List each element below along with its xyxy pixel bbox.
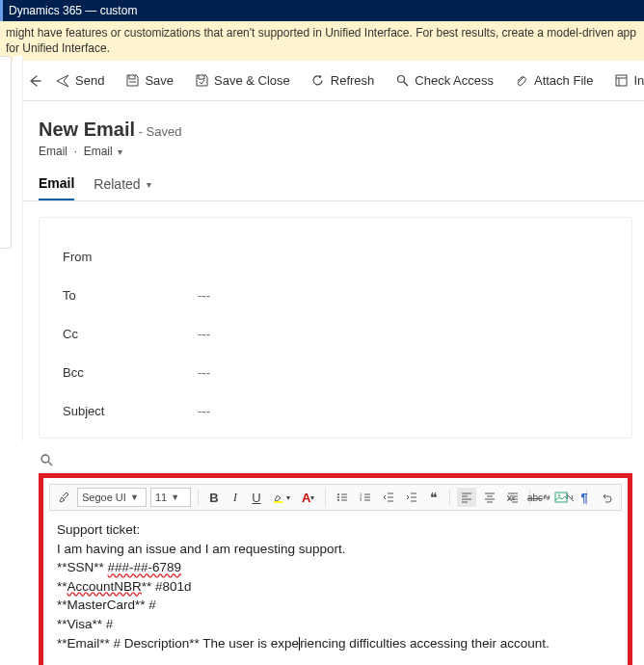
format-painter-button[interactable]: [54, 488, 73, 507]
save-icon: [125, 74, 139, 88]
bold-button[interactable]: B: [205, 488, 223, 507]
svg-point-11: [558, 494, 560, 496]
blockquote-button[interactable]: ❝: [425, 488, 443, 507]
undo-icon: [601, 492, 612, 503]
bcc-row[interactable]: Bcc ---: [63, 353, 612, 391]
indent-icon: [406, 492, 417, 503]
subject-row[interactable]: Subject ---: [63, 391, 612, 430]
rte-right-tools: x₂ abc ¶: [502, 488, 616, 507]
from-row[interactable]: From: [63, 237, 612, 276]
refresh-label: Refresh: [331, 73, 375, 88]
align-left-icon: [461, 492, 472, 503]
insert-template-label: Insert Templat: [633, 73, 644, 88]
strike-button[interactable]: abc: [523, 488, 547, 507]
separator: [449, 489, 450, 506]
subscript-button[interactable]: x₂: [502, 488, 520, 507]
save-status: - Saved: [139, 124, 182, 139]
unified-interface-warning: might have features or customizations th…: [0, 21, 644, 61]
personalize-icon[interactable]: [39, 448, 632, 473]
app-title-bar: Dynamics 365 — custom: [0, 0, 644, 21]
attach-label: Attach File: [534, 73, 593, 88]
svg-rect-1: [616, 75, 627, 86]
to-row[interactable]: To ---: [63, 276, 612, 314]
chevron-down-icon: ▼: [130, 492, 139, 502]
editor-section: Segoe UI ▼ 11 ▼ B I U ▾ A▾: [39, 448, 632, 665]
to-label: To: [63, 288, 198, 303]
subject-value: ---: [198, 404, 210, 418]
cc-row[interactable]: Cc ---: [63, 314, 612, 353]
side-gutter: [13, 56, 23, 441]
check-access-label: Check Access: [415, 73, 494, 88]
cc-value: ---: [198, 327, 210, 341]
chevron-down-icon: ▾: [118, 146, 122, 157]
insert-template-button[interactable]: Insert Templat: [606, 69, 644, 92]
italic-button[interactable]: I: [227, 488, 244, 507]
undo-button[interactable]: [597, 488, 616, 507]
direction-button[interactable]: ¶: [576, 488, 593, 507]
body-line: **AccountNBR** #801d: [57, 577, 614, 597]
email-fields-card: From To --- Cc --- Bcc --- Subject ---: [39, 217, 632, 439]
rte-toolbar: Segoe UI ▼ 11 ▼ B I U ▾ A▾: [49, 484, 622, 511]
save-close-button[interactable]: Save & Close: [187, 69, 298, 92]
bullets-icon: [336, 492, 348, 503]
body-line: **MasterCard** #: [57, 596, 614, 615]
chevron-down-icon: ▾: [147, 179, 151, 190]
font-family-select[interactable]: Segoe UI ▼: [77, 488, 147, 507]
insert-image-button[interactable]: [550, 488, 572, 507]
align-center-button[interactable]: [480, 488, 499, 507]
bcc-value: ---: [198, 365, 210, 380]
svg-point-2: [41, 455, 49, 463]
cc-label: Cc: [63, 327, 198, 341]
highlight-box: Segoe UI ▼ 11 ▼ B I U ▾ A▾: [39, 473, 632, 665]
email-body-editor[interactable]: Support ticket: I am having an issue and…: [49, 511, 622, 662]
back-arrow-icon: [27, 73, 42, 89]
underline-button[interactable]: U: [248, 488, 265, 507]
outdent-button[interactable]: [379, 488, 398, 507]
side-panel-tab[interactable]: [0, 56, 12, 249]
crumb-form[interactable]: Email: [84, 145, 113, 158]
align-left-button[interactable]: [457, 488, 476, 507]
outdent-icon: [383, 492, 394, 503]
font-color-button[interactable]: A▾: [298, 488, 318, 507]
warning-text: might have features or customizations th…: [6, 26, 636, 55]
svg-point-6: [337, 499, 339, 501]
image-icon: [554, 492, 568, 503]
separator: [198, 489, 199, 506]
save-close-icon: [195, 74, 208, 88]
back-button[interactable]: [27, 73, 42, 89]
body-line: Support ticket:: [57, 520, 614, 540]
check-access-button[interactable]: Check Access: [388, 69, 501, 92]
bullet-list-button[interactable]: [333, 488, 352, 507]
save-label: Save: [145, 73, 174, 88]
tab-related[interactable]: Related ▾: [94, 175, 150, 200]
highlight-color-button[interactable]: ▾: [269, 488, 294, 507]
svg-text:3: 3: [360, 497, 362, 502]
app-title: Dynamics 365 — custom: [9, 4, 137, 17]
page-title: New Email: [39, 119, 135, 140]
tab-email-label: Email: [39, 175, 74, 191]
send-button[interactable]: Send: [48, 69, 112, 92]
font-size-select[interactable]: 11 ▼: [150, 488, 191, 507]
breadcrumb: Email · Email ▾: [39, 145, 629, 158]
separator: [325, 489, 326, 506]
svg-point-4: [337, 493, 339, 495]
font-size-value: 11: [155, 492, 167, 503]
bcc-label: Bcc: [63, 365, 198, 380]
number-list-button[interactable]: 123: [356, 488, 375, 507]
spell-error: AccountNBR: [67, 579, 142, 594]
check-access-icon: [395, 74, 409, 88]
template-icon: [614, 74, 628, 88]
font-family-value: Segoe UI: [82, 492, 126, 503]
tab-email[interactable]: Email: [39, 175, 74, 200]
from-label: From: [63, 250, 198, 264]
highlighter-icon: [273, 492, 286, 503]
send-label: Send: [75, 73, 104, 88]
indent-button[interactable]: [402, 488, 421, 507]
align-center-icon: [484, 492, 496, 503]
svg-point-5: [337, 496, 339, 498]
refresh-button[interactable]: Refresh: [304, 69, 383, 92]
spell-error: ###-##-6789: [108, 560, 182, 574]
attach-file-button[interactable]: Attach File: [507, 69, 601, 92]
save-button[interactable]: Save: [118, 69, 181, 92]
svg-rect-3: [274, 501, 282, 503]
